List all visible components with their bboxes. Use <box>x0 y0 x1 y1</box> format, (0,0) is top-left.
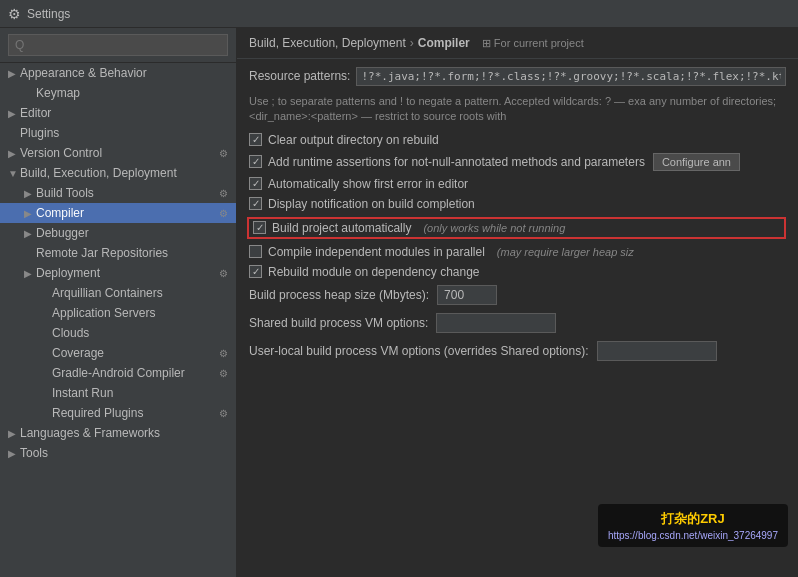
option-label-runtime-assertions: Add runtime assertions for not-null-anno… <box>268 155 645 169</box>
checkbox-show-first-error[interactable] <box>249 177 262 190</box>
checkbox-display-notification[interactable] <box>249 197 262 210</box>
window-title: Settings <box>27 7 70 21</box>
sidebar-item-label: Application Servers <box>52 306 155 320</box>
arrow-icon: ▶ <box>8 148 20 159</box>
search-bar <box>0 28 236 63</box>
sidebar-item-label: Deployment <box>36 266 100 280</box>
checkbox-build-automatically[interactable] <box>253 221 266 234</box>
sidebar-item-label: Keymap <box>36 86 80 100</box>
sidebar-item-languages[interactable]: ▶Languages & Frameworks <box>0 423 236 443</box>
arrow-icon: ▶ <box>8 108 20 119</box>
sidebar-item-label: Compiler <box>36 206 84 220</box>
arrow-icon: ▶ <box>8 68 20 79</box>
sidebar-item-coverage[interactable]: Coverage⚙ <box>0 343 236 363</box>
checkbox-runtime-assertions[interactable] <box>249 155 262 168</box>
settings-icon: ⚙ <box>8 6 21 22</box>
breadcrumb-current: Compiler <box>418 36 470 50</box>
sidebar-item-compiler[interactable]: ▶Compiler⚙ <box>0 203 236 223</box>
field-input-heap-size[interactable] <box>437 285 497 305</box>
sidebar-item-label: Tools <box>20 446 48 460</box>
sidebar-item-build-tools[interactable]: ▶Build Tools⚙ <box>0 183 236 203</box>
main-container: ▶Appearance & BehaviorKeymap▶EditorPlugi… <box>0 28 798 577</box>
tree-container: ▶Appearance & BehaviorKeymap▶EditorPlugi… <box>0 63 236 463</box>
sidebar-item-clouds[interactable]: Clouds <box>0 323 236 343</box>
option-label-display-notification: Display notification on build completion <box>268 197 475 211</box>
resource-patterns-row: Resource patterns: <box>249 67 786 86</box>
sidebar-item-plugins[interactable]: Plugins <box>0 123 236 143</box>
option-hint-compile-parallel: (may require larger heap siz <box>497 246 634 258</box>
sidebar-item-label: Arquillian Containers <box>52 286 163 300</box>
field-input-user-vm[interactable] <box>597 341 717 361</box>
sidebar-item-label: Build Tools <box>36 186 94 200</box>
help-text: Use ; to separate patterns and ! to nega… <box>249 94 786 125</box>
sidebar-item-remote-jar[interactable]: Remote Jar Repositories <box>0 243 236 263</box>
sidebar-item-appearance[interactable]: ▶Appearance & Behavior <box>0 63 236 83</box>
sidebar-item-label: Build, Execution, Deployment <box>20 166 177 180</box>
resource-patterns-input[interactable] <box>356 67 786 86</box>
resource-patterns-label: Resource patterns: <box>249 67 350 83</box>
sidebar-item-keymap[interactable]: Keymap <box>0 83 236 103</box>
sidebar-item-label: Coverage <box>52 346 104 360</box>
config-wrench-icon: ⚙ <box>219 148 228 159</box>
sidebar-item-app-servers[interactable]: Application Servers <box>0 303 236 323</box>
title-bar: ⚙ Settings <box>0 0 798 28</box>
content-area: Build, Execution, Deployment › Compiler … <box>237 28 798 577</box>
sidebar-item-version-control[interactable]: ▶Version Control⚙ <box>0 143 236 163</box>
breadcrumb-project: ⊞ For current project <box>482 37 584 50</box>
checkbox-clear-output[interactable] <box>249 133 262 146</box>
option-row-runtime-assertions: Add runtime assertions for not-null-anno… <box>249 153 786 171</box>
option-label-rebuild-on-change: Rebuild module on dependency change <box>268 265 480 279</box>
sidebar-item-label: Debugger <box>36 226 89 240</box>
checkbox-rebuild-on-change[interactable] <box>249 265 262 278</box>
arrow-icon: ▶ <box>24 208 36 219</box>
arrow-icon: ▶ <box>24 188 36 199</box>
breadcrumb-path: Build, Execution, Deployment <box>249 36 406 50</box>
sidebar-item-required-plugins[interactable]: Required Plugins⚙ <box>0 403 236 423</box>
sidebar-item-label: Version Control <box>20 146 102 160</box>
arrow-icon: ▶ <box>8 428 20 439</box>
config-wrench-icon: ⚙ <box>219 348 228 359</box>
field-row-user-vm: User-local build process VM options (ove… <box>249 341 786 361</box>
sidebar-item-gradle-android[interactable]: Gradle-Android Compiler⚙ <box>0 363 236 383</box>
watermark-name: 打杂的ZRJ <box>608 510 778 528</box>
field-input-shared-vm[interactable] <box>436 313 556 333</box>
watermark-url: https://blog.csdn.net/weixin_37264997 <box>608 530 778 541</box>
config-wrench-icon: ⚙ <box>219 408 228 419</box>
config-wrench-icon: ⚙ <box>219 268 228 279</box>
sidebar-item-editor[interactable]: ▶Editor <box>0 103 236 123</box>
content-body: Resource patterns: Use ; to separate pat… <box>237 59 798 377</box>
option-row-compile-parallel: Compile independent modules in parallel(… <box>249 245 786 259</box>
breadcrumb-bar: Build, Execution, Deployment › Compiler … <box>237 28 798 59</box>
watermark: 打杂的ZRJ https://blog.csdn.net/weixin_3726… <box>598 504 788 547</box>
search-input[interactable] <box>8 34 228 56</box>
arrow-icon: ▶ <box>24 228 36 239</box>
sidebar-item-tools[interactable]: ▶Tools <box>0 443 236 463</box>
config-wrench-icon: ⚙ <box>219 368 228 379</box>
option-label-compile-parallel: Compile independent modules in parallel <box>268 245 485 259</box>
field-row-shared-vm: Shared build process VM options: <box>249 313 786 333</box>
sidebar: ▶Appearance & BehaviorKeymap▶EditorPlugi… <box>0 28 237 577</box>
option-row-display-notification: Display notification on build completion <box>249 197 786 211</box>
sidebar-item-debugger[interactable]: ▶Debugger <box>0 223 236 243</box>
sidebar-item-deployment[interactable]: ▶Deployment⚙ <box>0 263 236 283</box>
option-row-build-automatically: Build project automatically(only works w… <box>247 217 786 239</box>
sidebar-item-label: Editor <box>20 106 51 120</box>
sidebar-item-label: Plugins <box>20 126 59 140</box>
option-label-build-automatically: Build project automatically <box>272 221 411 235</box>
sidebar-item-instant-run[interactable]: Instant Run <box>0 383 236 403</box>
option-hint-build-automatically: (only works while not running <box>423 222 565 234</box>
configure-annotations-button[interactable]: Configure ann <box>653 153 740 171</box>
options-container: Clear output directory on rebuildAdd run… <box>249 133 786 279</box>
arrow-icon: ▶ <box>24 268 36 279</box>
sidebar-item-build-execution[interactable]: ▼Build, Execution, Deployment <box>0 163 236 183</box>
sidebar-item-label: Required Plugins <box>52 406 143 420</box>
sidebar-item-label: Appearance & Behavior <box>20 66 147 80</box>
arrow-icon: ▼ <box>8 168 20 179</box>
sidebar-item-arquillian[interactable]: Arquillian Containers <box>0 283 236 303</box>
breadcrumb-separator: › <box>410 36 414 50</box>
field-row-heap-size: Build process heap size (Mbytes): <box>249 285 786 305</box>
option-label-clear-output: Clear output directory on rebuild <box>268 133 439 147</box>
sidebar-item-label: Instant Run <box>52 386 113 400</box>
checkbox-compile-parallel[interactable] <box>249 245 262 258</box>
sidebar-item-label: Clouds <box>52 326 89 340</box>
